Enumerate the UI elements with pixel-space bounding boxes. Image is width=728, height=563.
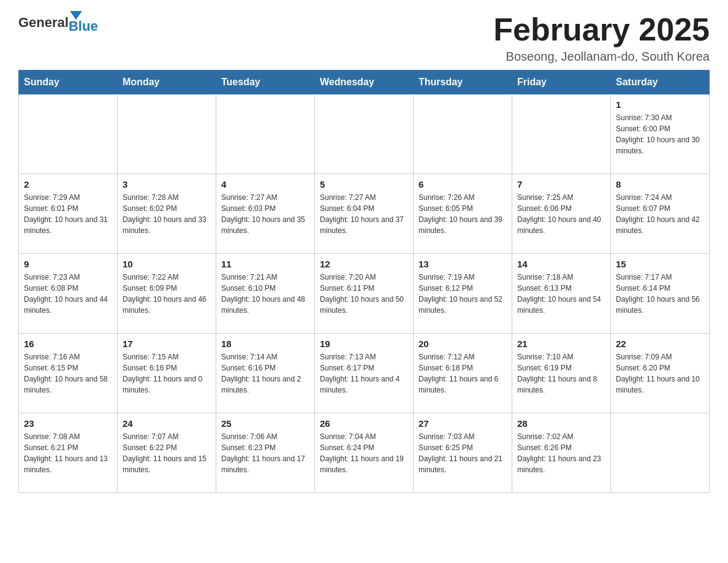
week-row-3: 9Sunrise: 7:23 AMSunset: 6:08 PMDaylight… — [19, 254, 710, 334]
day-cell: 28Sunrise: 7:02 AMSunset: 6:26 PMDayligh… — [512, 413, 611, 493]
month-title: February 2025 — [493, 12, 710, 47]
day-cell: 5Sunrise: 7:27 AMSunset: 6:04 PMDaylight… — [315, 174, 414, 254]
day-number: 19 — [320, 339, 408, 349]
day-info: Sunrise: 7:13 AMSunset: 6:17 PMDaylight:… — [320, 351, 408, 396]
day-cell: 11Sunrise: 7:21 AMSunset: 6:10 PMDayligh… — [216, 254, 315, 334]
day-number: 3 — [123, 179, 211, 190]
day-cell: 7Sunrise: 7:25 AMSunset: 6:06 PMDaylight… — [512, 174, 611, 254]
day-cell: 20Sunrise: 7:12 AMSunset: 6:18 PMDayligh… — [414, 334, 512, 413]
day-cell: 8Sunrise: 7:24 AMSunset: 6:07 PMDaylight… — [611, 174, 710, 254]
day-cell — [216, 94, 315, 174]
day-number: 23 — [24, 418, 112, 429]
day-number: 13 — [419, 259, 507, 269]
day-number: 5 — [320, 179, 408, 190]
day-number: 14 — [517, 259, 605, 269]
day-info: Sunrise: 7:07 AMSunset: 6:22 PMDaylight:… — [123, 431, 211, 475]
day-cell: 4Sunrise: 7:27 AMSunset: 6:03 PMDaylight… — [216, 174, 315, 254]
day-cell: 22Sunrise: 7:09 AMSunset: 6:20 PMDayligh… — [611, 334, 710, 413]
day-cell — [512, 94, 611, 174]
week-row-2: 2Sunrise: 7:29 AMSunset: 6:01 PMDaylight… — [19, 174, 710, 254]
weekday-header-monday: Monday — [118, 71, 216, 94]
day-info: Sunrise: 7:04 AMSunset: 6:24 PMDaylight:… — [320, 431, 408, 475]
day-info: Sunrise: 7:20 AMSunset: 6:11 PMDaylight:… — [320, 272, 408, 316]
day-cell — [118, 94, 216, 174]
day-info: Sunrise: 7:08 AMSunset: 6:21 PMDaylight:… — [24, 431, 112, 475]
day-cell — [611, 413, 710, 493]
day-info: Sunrise: 7:03 AMSunset: 6:25 PMDaylight:… — [419, 431, 507, 475]
day-cell: 16Sunrise: 7:16 AMSunset: 6:15 PMDayligh… — [19, 334, 118, 413]
weekday-header-tuesday: Tuesday — [216, 71, 315, 94]
day-info: Sunrise: 7:22 AMSunset: 6:09 PMDaylight:… — [123, 272, 211, 316]
day-number: 9 — [24, 259, 112, 269]
day-info: Sunrise: 7:12 AMSunset: 6:18 PMDaylight:… — [419, 351, 507, 396]
day-cell: 21Sunrise: 7:10 AMSunset: 6:19 PMDayligh… — [512, 334, 611, 413]
day-number: 6 — [419, 179, 507, 190]
day-cell: 3Sunrise: 7:28 AMSunset: 6:02 PMDaylight… — [118, 174, 216, 254]
day-cell: 19Sunrise: 7:13 AMSunset: 6:17 PMDayligh… — [315, 334, 414, 413]
day-number: 18 — [221, 339, 309, 349]
day-number: 11 — [221, 259, 309, 269]
day-number: 24 — [123, 418, 211, 429]
day-number: 17 — [123, 339, 211, 349]
day-number: 20 — [419, 339, 507, 349]
logo-blue-part: Blue — [69, 12, 98, 33]
day-cell: 18Sunrise: 7:14 AMSunset: 6:16 PMDayligh… — [216, 334, 315, 413]
day-info: Sunrise: 7:26 AMSunset: 6:05 PMDaylight:… — [419, 192, 507, 236]
day-number: 4 — [221, 179, 309, 190]
day-number: 28 — [517, 418, 605, 429]
day-info: Sunrise: 7:18 AMSunset: 6:13 PMDaylight:… — [517, 272, 605, 316]
day-cell: 27Sunrise: 7:03 AMSunset: 6:25 PMDayligh… — [414, 413, 512, 493]
day-number: 16 — [24, 339, 112, 349]
day-number: 1 — [616, 99, 704, 110]
day-info: Sunrise: 7:27 AMSunset: 6:04 PMDaylight:… — [320, 192, 408, 236]
day-info: Sunrise: 7:06 AMSunset: 6:23 PMDaylight:… — [221, 431, 309, 475]
day-cell: 1Sunrise: 7:30 AMSunset: 6:00 PMDaylight… — [611, 94, 710, 174]
day-number: 25 — [221, 418, 309, 429]
day-info: Sunrise: 7:02 AMSunset: 6:26 PMDaylight:… — [517, 431, 605, 475]
day-cell — [414, 94, 512, 174]
location-title: Boseong, Jeollanam-do, South Korea — [493, 50, 710, 64]
weekday-header-sunday: Sunday — [19, 71, 118, 94]
day-cell: 25Sunrise: 7:06 AMSunset: 6:23 PMDayligh… — [216, 413, 315, 493]
page-header: General Blue February 2025 Boseong, Jeol… — [18, 12, 710, 64]
weekday-header-friday: Friday — [512, 71, 611, 94]
day-cell: 9Sunrise: 7:23 AMSunset: 6:08 PMDaylight… — [19, 254, 118, 334]
logo: General Blue — [18, 12, 98, 33]
day-info: Sunrise: 7:28 AMSunset: 6:02 PMDaylight:… — [123, 192, 211, 236]
day-number: 10 — [123, 259, 211, 269]
day-info: Sunrise: 7:23 AMSunset: 6:08 PMDaylight:… — [24, 272, 112, 316]
day-info: Sunrise: 7:24 AMSunset: 6:07 PMDaylight:… — [616, 192, 704, 236]
day-cell: 15Sunrise: 7:17 AMSunset: 6:14 PMDayligh… — [611, 254, 710, 334]
day-info: Sunrise: 7:10 AMSunset: 6:19 PMDaylight:… — [517, 351, 605, 396]
day-info: Sunrise: 7:27 AMSunset: 6:03 PMDaylight:… — [221, 192, 309, 236]
day-cell: 6Sunrise: 7:26 AMSunset: 6:05 PMDaylight… — [414, 174, 512, 254]
day-number: 12 — [320, 259, 408, 269]
day-number: 7 — [517, 179, 605, 190]
day-cell: 26Sunrise: 7:04 AMSunset: 6:24 PMDayligh… — [315, 413, 414, 493]
day-number: 2 — [24, 179, 112, 190]
weekday-header-saturday: Saturday — [611, 71, 710, 94]
day-cell: 14Sunrise: 7:18 AMSunset: 6:13 PMDayligh… — [512, 254, 611, 334]
week-row-4: 16Sunrise: 7:16 AMSunset: 6:15 PMDayligh… — [19, 334, 710, 413]
week-row-1: 1Sunrise: 7:30 AMSunset: 6:00 PMDaylight… — [19, 94, 710, 174]
day-info: Sunrise: 7:14 AMSunset: 6:16 PMDaylight:… — [221, 351, 309, 396]
day-number: 22 — [616, 339, 704, 349]
day-cell — [315, 94, 414, 174]
day-info: Sunrise: 7:29 AMSunset: 6:01 PMDaylight:… — [24, 192, 112, 236]
weekday-header-row: SundayMondayTuesdayWednesdayThursdayFrid… — [19, 71, 710, 94]
day-info: Sunrise: 7:30 AMSunset: 6:00 PMDaylight:… — [616, 112, 704, 156]
logo-general-text: General — [18, 15, 69, 31]
calendar-table: SundayMondayTuesdayWednesdayThursdayFrid… — [18, 70, 710, 493]
title-section: February 2025 Boseong, Jeollanam-do, Sou… — [493, 12, 710, 64]
day-number: 26 — [320, 418, 408, 429]
weekday-header-wednesday: Wednesday — [315, 71, 414, 94]
week-row-5: 23Sunrise: 7:08 AMSunset: 6:21 PMDayligh… — [19, 413, 710, 493]
logo-blue-text: Blue — [69, 20, 98, 33]
day-info: Sunrise: 7:15 AMSunset: 6:16 PMDaylight:… — [123, 351, 211, 396]
day-info: Sunrise: 7:21 AMSunset: 6:10 PMDaylight:… — [221, 272, 309, 316]
day-info: Sunrise: 7:16 AMSunset: 6:15 PMDaylight:… — [24, 351, 112, 396]
day-cell: 24Sunrise: 7:07 AMSunset: 6:22 PMDayligh… — [118, 413, 216, 493]
day-cell: 23Sunrise: 7:08 AMSunset: 6:21 PMDayligh… — [19, 413, 118, 493]
day-info: Sunrise: 7:19 AMSunset: 6:12 PMDaylight:… — [419, 272, 507, 316]
day-cell — [19, 94, 118, 174]
